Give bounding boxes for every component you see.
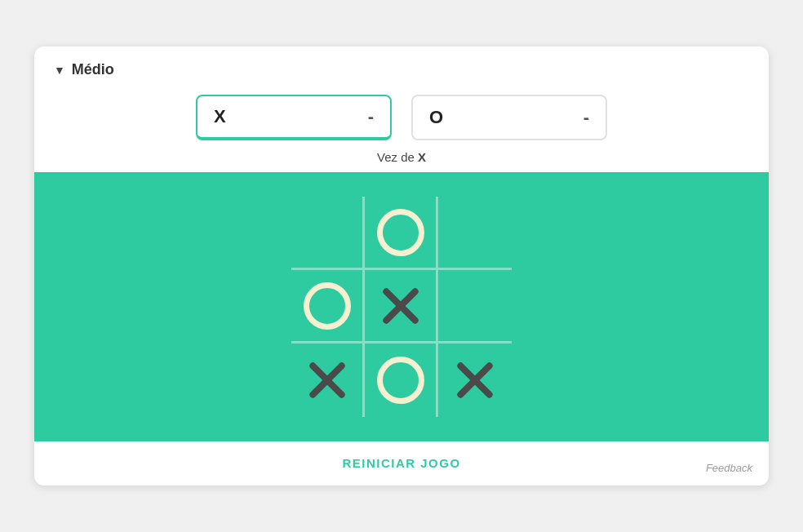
- x-mark: [451, 357, 499, 404]
- restart-button[interactable]: REINICIAR JOGO: [342, 456, 460, 470]
- turn-symbol: X: [418, 150, 426, 164]
- score-box-o: O -: [411, 95, 607, 140]
- score-box-x: X -: [196, 95, 392, 140]
- board-cell-4[interactable]: [365, 270, 438, 344]
- x-mark: [377, 282, 424, 330]
- score-row: X - O -: [34, 86, 769, 147]
- turn-label: Vez de X: [34, 147, 769, 172]
- board-cell-5[interactable]: [438, 270, 512, 344]
- feedback-label: Feedback: [706, 462, 752, 474]
- board-cell-8[interactable]: [438, 344, 512, 417]
- card-footer: REINICIAR JOGO: [34, 441, 769, 485]
- chevron-icon: ▼: [54, 64, 65, 77]
- o-mark: [377, 357, 424, 404]
- board-cell-0[interactable]: [291, 197, 365, 270]
- x-symbol: X: [214, 106, 226, 127]
- card-header: ▼ Médio: [34, 47, 769, 86]
- o-mark: [377, 209, 424, 256]
- board-cell-2[interactable]: [438, 197, 512, 270]
- board-cell-7[interactable]: [365, 344, 438, 417]
- board: [291, 197, 512, 417]
- board-cell-3[interactable]: [291, 270, 365, 344]
- o-score: -: [583, 107, 589, 128]
- o-mark: [304, 282, 351, 330]
- x-score: -: [368, 106, 374, 127]
- o-symbol: O: [429, 107, 443, 128]
- board-cell-1[interactable]: [365, 197, 438, 270]
- x-mark: [304, 357, 351, 404]
- game-card: ▼ Médio X - O - Vez de X REINICIAR JOGO …: [34, 47, 769, 485]
- board-cell-6[interactable]: [291, 344, 365, 417]
- game-board-area: [34, 172, 769, 441]
- difficulty-label: Médio: [72, 61, 114, 78]
